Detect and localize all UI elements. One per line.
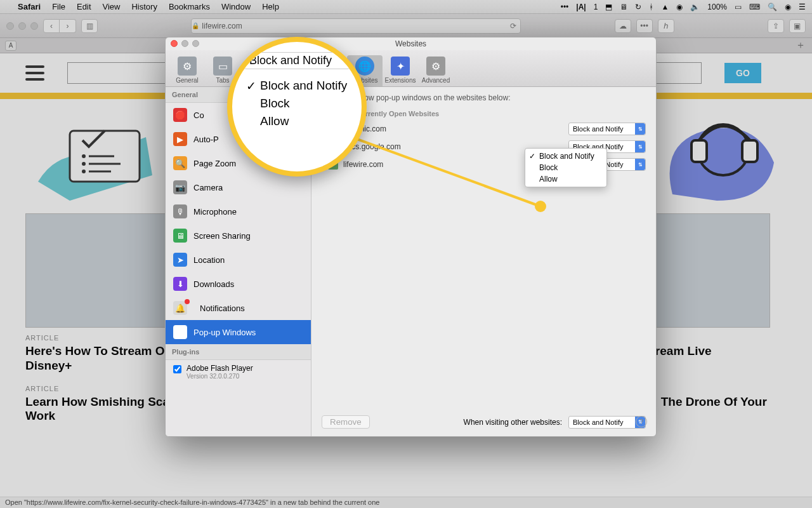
- siri-icon[interactable]: ◉: [785, 3, 791, 11]
- window-controls[interactable]: [6, 22, 38, 30]
- input-icon[interactable]: ⌨: [749, 3, 760, 11]
- svg-point-2: [82, 162, 86, 166]
- sidebar-item-downloads[interactable]: ⬇Downloads: [166, 272, 311, 296]
- go-button[interactable]: GO: [724, 63, 761, 83]
- back-button[interactable]: ‹: [43, 19, 60, 33]
- browser-toolbar: ‹ › ▥ 🔒 lifewire.com ⟳ ☁ ••• ℎ ⇪ ▣: [0, 14, 812, 38]
- hero-art-right: [653, 105, 780, 207]
- chevron-updown-icon: ⇅: [635, 159, 645, 170]
- pref-tab-general[interactable]: ⚙General: [169, 55, 205, 86]
- sidebar-item-icon: ⬇: [173, 277, 187, 291]
- hamburger-icon[interactable]: [25, 65, 44, 81]
- app-name[interactable]: Safari: [18, 2, 41, 11]
- pref-tab-extensions[interactable]: ✦Extensions: [383, 55, 418, 86]
- tabs-icon: ▭: [213, 57, 232, 76]
- chevron-updown-icon: ⇅: [635, 123, 645, 135]
- zoom-icon: [192, 40, 199, 47]
- menu-opt-allow[interactable]: Allow: [525, 173, 606, 185]
- sidebar-item-icon: 🎙: [173, 204, 187, 218]
- lens-opt-allow: Allow: [244, 112, 350, 130]
- adobe-icon[interactable]: |A|: [576, 3, 586, 11]
- popup-dropdown-menu[interactable]: Block and Notify Block Allow: [525, 148, 607, 187]
- lens-opt-blocknotify: Block and Notify: [244, 77, 350, 95]
- volume-icon[interactable]: 🔈: [690, 3, 700, 11]
- share-button[interactable]: ⇪: [768, 19, 784, 33]
- macos-menubar: Safari File Edit View History Bookmarks …: [0, 0, 812, 14]
- close-icon[interactable]: [171, 40, 178, 47]
- sidebar-section-plugins: Plug-ins: [166, 344, 311, 360]
- address-bar[interactable]: 🔒 lifewire.com ⟳: [191, 18, 521, 34]
- menu-file[interactable]: File: [52, 2, 65, 11]
- puzzle-icon: ✦: [391, 57, 410, 76]
- menu-window[interactable]: Window: [221, 2, 251, 11]
- timemachine-icon[interactable]: ↻: [635, 3, 641, 11]
- other-websites-dropdown[interactable]: Block and Notify⇅: [568, 416, 646, 429]
- sidebar-item-screen-sharing[interactable]: 🖥Screen Sharing: [166, 224, 311, 248]
- sidebar-item-label: Auto-P: [193, 135, 219, 144]
- sidebar-item-notifications[interactable]: 🔔Notifications: [166, 296, 311, 320]
- overflow-button[interactable]: •••: [636, 19, 653, 33]
- nav-back-forward[interactable]: ‹ ›: [43, 19, 76, 33]
- battery-percent[interactable]: 100%: [707, 3, 727, 11]
- remove-button[interactable]: Remove: [322, 415, 370, 429]
- menu-opt-block[interactable]: Block: [525, 162, 606, 173]
- other-websites-label: When visiting other websites:: [464, 418, 562, 427]
- wifi-icon[interactable]: ◉: [676, 3, 683, 11]
- badge-1[interactable]: 1: [594, 3, 598, 11]
- sidebar-item-pop-up-windows[interactable]: 🗔Pop-up Windows: [166, 320, 311, 344]
- plugin-row[interactable]: Adobe Flash Player Version 32.0.0.270: [166, 360, 311, 384]
- sidebar-item-icon: 🗔: [173, 325, 187, 339]
- reader-badge[interactable]: A: [5, 41, 16, 51]
- sidebar-toggle-button[interactable]: ▥: [81, 19, 98, 33]
- icloud-tabs-button[interactable]: ☁: [615, 19, 631, 33]
- help-button[interactable]: ?: [636, 416, 647, 427]
- menu-view[interactable]: View: [103, 2, 121, 11]
- bluetooth-icon[interactable]: ᚼ: [649, 3, 653, 11]
- spotlight-icon[interactable]: 🔍: [768, 3, 777, 11]
- airplay-icon[interactable]: ▲: [661, 3, 669, 11]
- notification-center-icon[interactable]: ☰: [799, 3, 806, 11]
- gears-icon: ⚙: [426, 57, 445, 76]
- pref-tab-advanced[interactable]: ⚙Advanced: [418, 55, 454, 86]
- sidebar-item-microphone[interactable]: 🎙Microphone: [166, 199, 311, 224]
- plugin-checkbox[interactable]: [173, 365, 181, 373]
- menu-help[interactable]: Help: [262, 2, 279, 11]
- tabs-overview-button[interactable]: ▣: [789, 19, 806, 33]
- menu-opt-blocknotify[interactable]: Block and Notify: [525, 150, 606, 162]
- sidebar-item-location[interactable]: ➤Location: [166, 248, 311, 272]
- sidebar-item-label: Downloads: [193, 279, 234, 289]
- new-tab-button[interactable]: ＋: [796, 39, 812, 52]
- sidebar-item-label: Screen Sharing: [193, 231, 251, 241]
- sidebar-item-icon: 🛑: [173, 108, 187, 122]
- sidebar-item-icon: 🖥: [173, 229, 187, 243]
- status-dots-icon[interactable]: •••: [561, 3, 569, 11]
- menu-edit[interactable]: Edit: [77, 2, 91, 11]
- status-bar: Open "https://www.lifewire.com/fix-kerne…: [0, 497, 812, 508]
- sidebar-item-label: Co: [193, 110, 204, 120]
- reload-icon[interactable]: ⟳: [510, 22, 520, 30]
- sidebar-item-label: Notifications: [200, 304, 245, 313]
- menubar-status-area: ••• |A| 1 ⬒ 🖥 ↻ ᚼ ▲ ◉ 🔈 100% ▭ ⌨ 🔍 ◉ ☰: [561, 3, 806, 11]
- honey-ext-icon[interactable]: ℎ: [658, 19, 674, 33]
- open-websites-section: Currently Open Websites: [322, 110, 646, 117]
- menu-bookmarks[interactable]: Bookmarks: [169, 2, 210, 11]
- pref-main: Allow pop-up windows on the websites bel…: [311, 87, 656, 436]
- sidebar-item-label: Microphone: [193, 207, 237, 217]
- battery-icon[interactable]: ▭: [735, 3, 742, 11]
- sidebar-item-label: Pop-up Windows: [193, 328, 256, 337]
- menu-history[interactable]: History: [131, 2, 157, 11]
- sidebar-item-camera[interactable]: 📷Camera: [166, 175, 311, 199]
- pref-window-controls[interactable]: [171, 40, 199, 47]
- lens-selected: Block and Notify: [244, 52, 350, 69]
- url-host: lifewire.com: [202, 22, 242, 30]
- forward-button[interactable]: ›: [60, 19, 76, 33]
- display-icon[interactable]: 🖥: [620, 3, 627, 11]
- plugin-name: Adobe Flash Player: [187, 364, 253, 373]
- pref-title: Websites: [395, 39, 426, 48]
- website-name: uphonic.com: [343, 124, 563, 133]
- website-popup-dropdown[interactable]: Block and Notify⇅: [568, 123, 646, 135]
- dropbox-icon[interactable]: ⬒: [605, 3, 612, 11]
- gear-icon: ⚙: [178, 57, 197, 76]
- website-row[interactable]: uphonic.comBlock and Notify⇅: [322, 120, 646, 138]
- pref-titlebar[interactable]: Websites: [166, 37, 656, 50]
